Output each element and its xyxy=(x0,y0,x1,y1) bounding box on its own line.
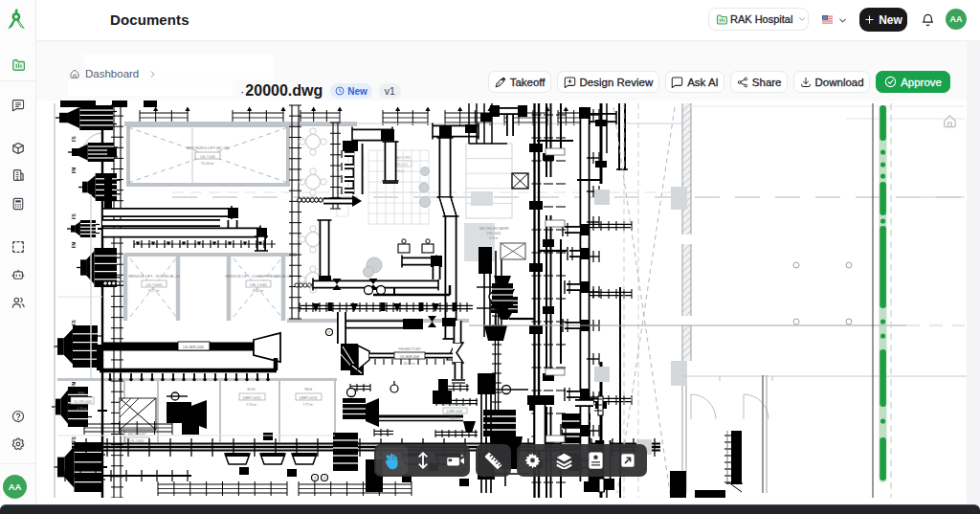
svg-text:6.01 m²: 6.01 m² xyxy=(450,416,459,420)
svg-text:MED/SURG LIFT (BL-03): MED/SURG LIFT (BL-03) xyxy=(187,145,230,150)
svg-text:[CHL-0001]: [CHL-0001] xyxy=(487,232,501,235)
svg-text:LVL.T-0005: LVL.T-0005 xyxy=(146,283,163,287)
svg-text:7.77 m²: 7.77 m² xyxy=(303,403,314,407)
svg-text:CHL.T-0005: CHL.T-0005 xyxy=(250,283,267,287)
svg-text:CHL CHILLED WATER: CHL CHILLED WATER xyxy=(479,227,510,231)
svg-text:FS: FS xyxy=(72,436,77,442)
svg-text:[LMBP 1-0001]: [LMBP 1-0001] xyxy=(243,396,261,400)
svg-text:LVL-HDR-0006: LVL-HDR-0006 xyxy=(183,346,204,349)
svg-text:LVL-HDR-0006: LVL-HDR-0006 xyxy=(400,355,420,359)
svg-text:LVL-T-0004: LVL-T-0004 xyxy=(130,439,145,443)
svg-text:36.91 m²: 36.91 m² xyxy=(404,362,416,366)
svg-text:LVL.T-003: LVL.T-003 xyxy=(200,155,215,159)
svg-text:FM: FM xyxy=(72,382,77,389)
svg-text:15.00 m²: 15.00 m² xyxy=(201,162,215,166)
svg-text:SERVICE LIFT- CLEAN/FIREMAN BL: SERVICE LIFT- CLEAN/FIREMAN BL-02 xyxy=(225,275,292,279)
svg-text:[LMBP-0008]: [LMBP-0008] xyxy=(447,410,463,413)
svg-text:HSK: HSK xyxy=(78,391,86,395)
svg-text:FS: FS xyxy=(72,136,77,142)
svg-text:FS: FS xyxy=(72,320,77,325)
svg-text:[LMBP 1-0015]: [LMBP 1-0015] xyxy=(300,396,318,400)
svg-text:FM: FM xyxy=(72,242,77,249)
svg-text:6.71 m²: 6.71 m² xyxy=(489,236,499,240)
svg-text:SERVICE LIFT - SOILED BL-01: SERVICE LIFT - SOILED BL-01 xyxy=(128,275,180,279)
svg-text:TELE: TELE xyxy=(304,388,313,391)
svg-text:9.70 m²: 9.70 m² xyxy=(247,403,257,407)
svg-text:FM: FM xyxy=(72,168,77,174)
svg-text:ELEC: ELEC xyxy=(248,388,256,391)
svg-text:4.99 m²: 4.99 m² xyxy=(78,407,88,411)
svg-text:FS: FS xyxy=(72,213,77,219)
svg-text:PHLEBOTOMY: PHLEBOTOMY xyxy=(398,347,421,351)
svg-text:LVL-OPD-0008: LVL-OPD-0008 xyxy=(74,400,92,404)
svg-text:8.34 m²: 8.34 m² xyxy=(253,289,264,293)
svg-text:8.27 m²: 8.27 m² xyxy=(148,289,160,293)
